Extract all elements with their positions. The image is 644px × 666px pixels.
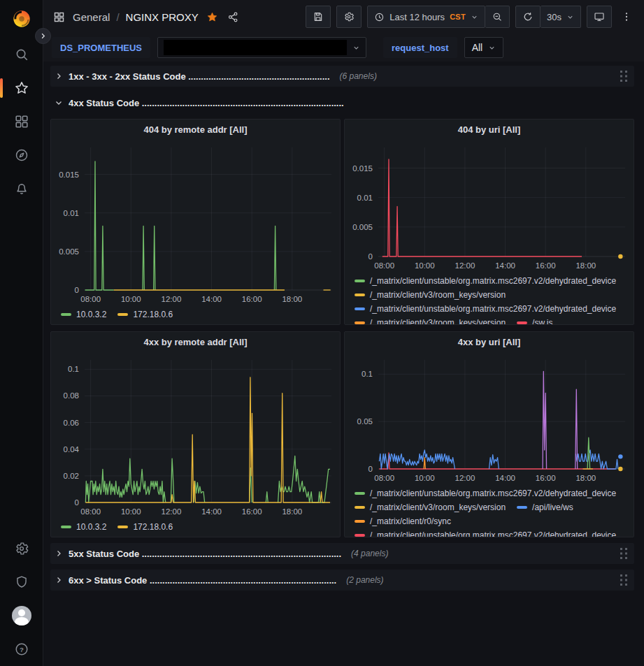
- monitor-icon: [594, 11, 605, 22]
- row-1xx-3xx-2xx[interactable]: 1xx - 3xx - 2xx Status Code ............…: [50, 66, 634, 87]
- breadcrumb-folder[interactable]: General: [73, 11, 110, 23]
- legend-item[interactable]: /_matrix/client/unstable/org.matrix.msc2…: [355, 275, 616, 287]
- datasource-variable-label[interactable]: DS_PROMETHEUS: [52, 37, 150, 58]
- legend-item[interactable]: 10.0.3.2: [61, 308, 106, 321]
- request-host-variable-label[interactable]: request_host: [383, 37, 457, 58]
- gear-icon: [343, 11, 355, 22]
- sidebar-item-help[interactable]: ?: [0, 632, 43, 666]
- legend-item[interactable]: /_matrix/client/unstable/org.matrix.msc2…: [355, 529, 616, 537]
- row-drag-handle[interactable]: [619, 69, 630, 83]
- svg-text:12:00: 12:00: [455, 474, 475, 482]
- legend-item[interactable]: /api/live/ws: [517, 501, 573, 514]
- favorite-star-button[interactable]: [205, 10, 220, 24]
- refresh-button[interactable]: [515, 6, 541, 28]
- avatar: [12, 606, 31, 625]
- request-host-select[interactable]: All: [464, 37, 504, 58]
- panel-title[interactable]: 404 by uri [All]: [345, 120, 634, 139]
- row-6xx[interactable]: 6xx > Status Code ......................…: [50, 570, 634, 591]
- legend-label: /_matrix/client/r0/sync: [370, 515, 451, 528]
- panel-title[interactable]: 4xx by remote addr [All]: [51, 332, 340, 352]
- row-panel-count: (4 panels): [351, 549, 388, 558]
- share-icon: [227, 11, 239, 23]
- row-title: 4xx Status Code ........................…: [69, 98, 344, 108]
- legend-swatch: [517, 506, 527, 509]
- apps-grid-icon: [14, 114, 29, 129]
- svg-text:0.02: 0.02: [64, 472, 79, 480]
- svg-text:10:00: 10:00: [415, 474, 435, 482]
- gear-icon: [14, 541, 29, 556]
- legend-item[interactable]: /sw.js: [517, 317, 552, 324]
- svg-text:12:00: 12:00: [162, 507, 182, 516]
- sidebar-item-search[interactable]: [0, 38, 43, 71]
- star-filled-icon: [206, 11, 218, 23]
- time-series-chart[interactable]: 08:0010:0012:0014:0016:0018:0000.020.040…: [51, 352, 340, 518]
- svg-text:0: 0: [368, 252, 373, 261]
- legend-item[interactable]: /_matrix/client/v3/room_keys/version: [355, 289, 506, 301]
- sidebar: ?: [0, 0, 43, 666]
- legend-label: 10.0.3.2: [76, 521, 106, 533]
- panel-title[interactable]: 404 by remote addr [All]: [51, 120, 340, 139]
- time-series-chart[interactable]: 08:0010:0012:0014:0016:0018:0000.0050.01…: [51, 139, 340, 305]
- row-4xx[interactable]: 4xx Status Code ........................…: [50, 92, 634, 113]
- sidebar-item-dashboards[interactable]: [0, 105, 43, 138]
- chevron-right-icon: [55, 576, 63, 584]
- panel-title[interactable]: 4xx by uri [All]: [345, 332, 634, 352]
- legend-item[interactable]: /_matrix/client/unstable/org.matrix.msc2…: [355, 487, 616, 500]
- grafana-app: ? General / NGINX PROXY: [0, 0, 644, 666]
- kebab-menu-button[interactable]: [617, 6, 636, 28]
- legend-item[interactable]: /_matrix/client/v3/room_keys/version: [355, 501, 506, 514]
- legend-swatch: [61, 313, 71, 316]
- svg-text:08:00: 08:00: [80, 295, 101, 303]
- legend-item[interactable]: /_matrix/client/v3/room_keys/version: [355, 317, 506, 324]
- breadcrumb-divider: /: [116, 11, 119, 23]
- sidebar-item-starred[interactable]: [0, 71, 43, 105]
- row-title: 1xx - 3xx - 2xx Status Code ............…: [69, 71, 330, 82]
- time-series-chart[interactable]: 08:0010:0012:0014:0016:0018:0000.050.1: [345, 352, 634, 484]
- refresh-group: 30s: [515, 6, 581, 28]
- chevron-down-icon: [55, 99, 63, 107]
- svg-text:08:00: 08:00: [374, 261, 394, 270]
- legend-item[interactable]: /_matrix/client/r0/sync: [355, 515, 451, 528]
- legend-swatch: [355, 294, 365, 296]
- save-dashboard-button[interactable]: [306, 6, 331, 28]
- row-drag-handle[interactable]: [619, 573, 630, 587]
- dashboard-canvas: 1xx - 3xx - 2xx Status Code ............…: [43, 61, 644, 666]
- panel-4xx-by-remote-addr: 4xx by remote addr [All] 08:0010:0012:00…: [50, 331, 341, 537]
- row-panel-count: (6 panels): [340, 71, 377, 81]
- legend-item[interactable]: 172.18.0.6: [117, 521, 173, 533]
- svg-text:0.06: 0.06: [64, 419, 79, 427]
- svg-text:0.08: 0.08: [64, 391, 79, 400]
- legend-item[interactable]: /_matrix/client/unstable/org.matrix.msc2…: [355, 303, 616, 315]
- sidebar-item-configuration[interactable]: [0, 532, 43, 565]
- share-button[interactable]: [226, 10, 241, 24]
- legend-label: /_matrix/client/v3/room_keys/version: [370, 289, 506, 301]
- sidebar-expand-button[interactable]: [35, 28, 51, 44]
- time-series-chart[interactable]: 08:0010:0012:0014:0016:0018:0000.0050.01…: [345, 139, 634, 272]
- svg-text:0.005: 0.005: [352, 223, 373, 231]
- sidebar-item-alerting[interactable]: [0, 172, 43, 205]
- svg-text:18:00: 18:00: [282, 507, 302, 516]
- time-range-button[interactable]: Last 12 hours CST: [367, 6, 485, 28]
- save-icon: [313, 11, 324, 22]
- svg-text:10:00: 10:00: [415, 261, 435, 270]
- legend-swatch: [355, 534, 365, 537]
- legend-item[interactable]: 172.18.0.6: [117, 308, 173, 321]
- sidebar-item-server-admin[interactable]: [0, 565, 43, 599]
- svg-text:10:00: 10:00: [121, 295, 141, 303]
- chevron-down-icon: [488, 44, 496, 52]
- legend-label: 10.0.3.2: [76, 308, 106, 321]
- compass-icon: [14, 147, 29, 163]
- zoom-out-time-button[interactable]: [485, 6, 510, 28]
- row-drag-handle[interactable]: [619, 546, 630, 560]
- dashboard-header: General / NGINX PROXY: [43, 0, 644, 34]
- tv-mode-button[interactable]: [587, 6, 612, 28]
- sidebar-item-explore[interactable]: [0, 138, 43, 172]
- sidebar-item-profile[interactable]: [0, 599, 43, 632]
- row-5xx[interactable]: 5xx Status Code ........................…: [50, 543, 634, 564]
- refresh-interval-button[interactable]: 30s: [541, 6, 581, 28]
- legend-item[interactable]: 10.0.3.2: [61, 521, 106, 533]
- panel-404-by-remote-addr: 404 by remote addr [All] 08:0010:0012:00…: [50, 119, 341, 325]
- main-area: General / NGINX PROXY: [43, 0, 644, 666]
- datasource-select[interactable]: [157, 37, 366, 58]
- dashboard-settings-button[interactable]: [336, 6, 362, 28]
